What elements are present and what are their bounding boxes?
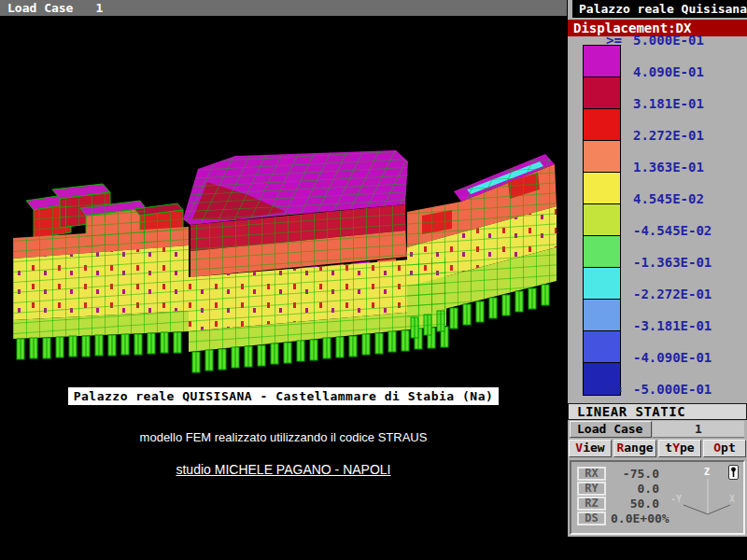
legend-band: [584, 141, 620, 173]
opt-button[interactable]: Opt: [703, 440, 746, 457]
legend-band: [584, 204, 620, 236]
ds-label[interactable]: DS: [577, 511, 606, 525]
legend-value: 4.090E-01: [633, 65, 704, 78]
model-subtitle-caption: modello FEM realizzato utilizzando il co…: [0, 430, 567, 444]
legend-swatch-column: [583, 45, 621, 396]
legend-value: -3.181E-01: [633, 319, 712, 332]
rz-value: 50.0: [611, 497, 659, 511]
legend-band: [584, 236, 620, 268]
ry-label[interactable]: RY: [577, 482, 606, 496]
legend-value: -4.090E-01: [633, 351, 712, 364]
svg-text:X: X: [729, 494, 735, 504]
legend-ge-symbol: >=: [606, 34, 622, 47]
load-case-row: Load Case 1: [568, 421, 747, 438]
plumb-icon[interactable]: [728, 465, 739, 480]
ry-value: 0.0: [611, 482, 659, 496]
legend-band: [584, 268, 620, 300]
load-case-number: 1: [95, 1, 103, 15]
legend-value: 2.272E-01: [633, 129, 704, 142]
legend-band: [584, 331, 620, 363]
control-panel: Palazzo reale Quisisana Displacement:DX …: [568, 0, 747, 537]
window-titlebar: Load Case1: [0, 0, 567, 16]
legend-band: [584, 109, 620, 141]
legend-value: 1.363E-01: [633, 161, 704, 174]
model-credit-caption: studio MICHELE PAGANO - NAPOLI: [0, 462, 567, 477]
legend-value: 4.545E-02: [633, 192, 704, 205]
legend-value: -2.272E-01: [633, 287, 712, 301]
legend-band: [584, 46, 620, 77]
legend-value: 5.000E-01: [633, 34, 704, 47]
rx-value: -75.0: [611, 467, 659, 481]
load-case-value[interactable]: 1: [653, 421, 744, 438]
rx-label[interactable]: RX: [577, 467, 606, 481]
load-case-button[interactable]: Load Case: [570, 421, 652, 438]
panel-button-row: ViewRangetYpeOpt: [568, 440, 747, 457]
view-rotation-panel: RX-75.0RY0.0RZ50.0DS0.0E+00% Z X -Y: [570, 460, 745, 535]
legend-value: -1.363E-01: [633, 256, 712, 269]
legend-le-symbol: <=: [606, 383, 622, 396]
type-button[interactable]: tYpe: [658, 440, 701, 457]
axis-triad-icon: Z X -Y: [663, 466, 736, 525]
legend-value: -4.545E-02: [633, 224, 712, 237]
svg-text:Z: Z: [704, 467, 710, 477]
svg-text:-Y: -Y: [670, 494, 682, 504]
legend-band: [584, 173, 620, 204]
legend-value: -5.000E-01: [633, 383, 712, 396]
model-viewport[interactable]: Palazzo reale QUISISANA - Castellammare …: [0, 16, 567, 560]
view-button[interactable]: View: [569, 440, 612, 457]
rz-label[interactable]: RZ: [577, 497, 606, 511]
load-case-label: Load Case: [7, 1, 73, 15]
range-button[interactable]: Range: [613, 440, 656, 457]
legend-band: [584, 300, 620, 331]
ds-value: 0.0E+00%: [611, 511, 669, 525]
model-title-caption: Palazzo reale QUISISANA - Castellammare …: [0, 386, 567, 405]
legend-value: 3.181E-01: [633, 97, 704, 110]
fem-model: [0, 16, 567, 417]
legend-band: [584, 77, 620, 109]
contour-legend: >=5.000E-014.090E-013.181E-012.272E-011.…: [568, 0, 747, 401]
app-screen: Load Case1: [0, 0, 747, 560]
analysis-type-label: LINEAR STATIC: [568, 403, 747, 420]
panel-bottom-gap: [568, 537, 747, 560]
